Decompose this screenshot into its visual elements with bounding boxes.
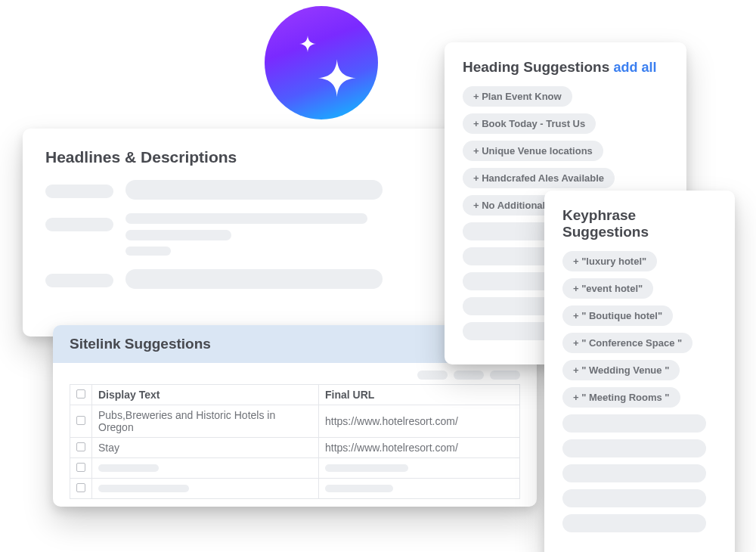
suggestion-chip-blank[interactable] bbox=[562, 514, 706, 532]
cell-display-text: Stay bbox=[92, 438, 319, 458]
sparkle-badge bbox=[265, 6, 378, 119]
suggestion-chip[interactable]: + Unique Venue locations bbox=[463, 141, 603, 161]
suggestion-chip-blank[interactable] bbox=[463, 247, 553, 265]
sitelink-toolbar bbox=[53, 363, 537, 384]
suggestion-chip[interactable]: + " Wedding Venue " bbox=[562, 360, 680, 380]
checkbox-icon[interactable] bbox=[76, 442, 85, 451]
placeholder bbox=[125, 230, 231, 240]
suggestion-chip-blank[interactable] bbox=[562, 439, 706, 457]
placeholder bbox=[125, 180, 383, 200]
checkbox-icon[interactable] bbox=[76, 463, 85, 472]
col-final-url: Final URL bbox=[319, 385, 520, 405]
placeholder bbox=[98, 464, 159, 472]
suggestion-chip[interactable]: + Handcrafed Ales Available bbox=[463, 168, 615, 188]
checkbox-icon[interactable] bbox=[76, 483, 85, 492]
placeholder bbox=[417, 371, 448, 380]
table-row[interactable] bbox=[70, 458, 520, 479]
placeholder bbox=[125, 269, 383, 289]
select-all-cell[interactable] bbox=[70, 385, 92, 405]
table-row[interactable] bbox=[70, 479, 520, 499]
suggestion-chip-blank[interactable] bbox=[463, 222, 553, 240]
sparkle-icon bbox=[284, 25, 359, 101]
heading-suggestions-title-text: Heading Suggestions bbox=[463, 59, 609, 75]
suggestion-chip[interactable]: + " Conference Space " bbox=[562, 333, 692, 353]
cell-display-text: Pubs,Breweries and Historic Hotels in Or… bbox=[92, 405, 319, 438]
suggestion-chip-blank[interactable] bbox=[562, 489, 706, 507]
suggestion-chip-blank[interactable] bbox=[463, 322, 553, 340]
checkbox-icon[interactable] bbox=[76, 389, 85, 398]
suggestion-chip-blank[interactable] bbox=[562, 414, 706, 433]
placeholder bbox=[98, 485, 189, 492]
headlines-title: Headlines & Descriptions bbox=[45, 148, 507, 166]
suggestion-chip[interactable]: + " Boutique hotel" bbox=[562, 305, 673, 326]
checkbox-icon[interactable] bbox=[76, 416, 85, 425]
placeholder bbox=[125, 247, 171, 256]
heading-suggestions-title: Heading Suggestions add all bbox=[463, 59, 668, 76]
placeholder bbox=[45, 185, 113, 198]
placeholder bbox=[45, 274, 113, 287]
keyphrase-suggestions-title: Keyphrase Suggestions bbox=[562, 207, 717, 240]
placeholder bbox=[490, 371, 520, 380]
suggestion-chip[interactable]: + "luxury hotel" bbox=[562, 251, 657, 271]
table-row[interactable]: Stay https://www.hotelresort.com/ bbox=[70, 438, 520, 458]
cell-final-url: https://www.hotelresort.com/ bbox=[319, 438, 520, 458]
add-all-link[interactable]: add all bbox=[614, 60, 657, 75]
table-header-row: Display Text Final URL bbox=[70, 385, 520, 405]
sitelink-button-row bbox=[53, 499, 537, 507]
cell-final-url: https://www.hotelresort.com/ bbox=[319, 405, 520, 438]
suggestion-chip[interactable]: + Book Today - Trust Us bbox=[463, 113, 596, 134]
keyphrase-suggestions-card: Keyphrase Suggestions + "luxury hotel" +… bbox=[544, 191, 735, 552]
placeholder bbox=[325, 464, 408, 472]
suggestion-chip-blank[interactable] bbox=[562, 464, 706, 482]
sitelink-table: Display Text Final URL Pubs,Breweries an… bbox=[70, 384, 520, 499]
placeholder bbox=[45, 218, 113, 231]
suggestion-chip[interactable]: + "event hotel" bbox=[562, 278, 653, 299]
suggestion-chip[interactable]: + Plan Event Know bbox=[463, 86, 572, 107]
table-row[interactable]: Pubs,Breweries and Historic Hotels in Or… bbox=[70, 405, 520, 438]
placeholder bbox=[125, 213, 367, 224]
placeholder bbox=[454, 371, 484, 380]
keyphrase-chip-list: + "luxury hotel" + "event hotel" + " Bou… bbox=[562, 251, 717, 532]
col-display-text: Display Text bbox=[92, 385, 319, 405]
placeholder bbox=[325, 485, 393, 492]
suggestion-chip[interactable]: + No Additional bbox=[463, 195, 556, 216]
suggestion-chip-blank[interactable] bbox=[463, 297, 553, 315]
suggestion-chip-blank[interactable] bbox=[463, 272, 553, 290]
suggestion-chip[interactable]: + " Meeting Rooms " bbox=[562, 387, 680, 408]
